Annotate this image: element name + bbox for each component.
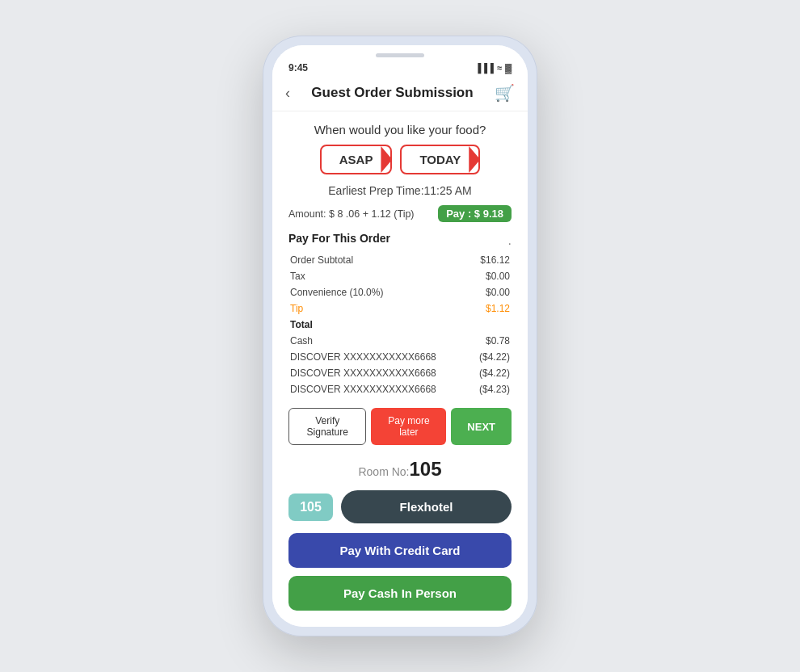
dot: . — [508, 233, 512, 248]
cart-icon[interactable]: 🛒 — [495, 83, 515, 103]
table-row: DISCOVER XXXXXXXXXXX6668 ($4.23) — [290, 382, 510, 397]
speaker — [376, 53, 424, 57]
room-badge: 105 — [288, 494, 333, 521]
table-row: Tax $0.00 — [290, 269, 510, 284]
tip-row: Tip $1.12 — [290, 301, 510, 316]
total-label: Total — [290, 317, 470, 332]
table-row: DISCOVER XXXXXXXXXXX6668 ($4.22) — [290, 366, 510, 380]
battery-icon: ▓ — [505, 63, 512, 73]
row-value: ($4.23) — [472, 382, 510, 397]
row-value: $0.00 — [472, 269, 510, 284]
page-title: Guest Order Submission — [311, 85, 473, 101]
order-table: Order Subtotal $16.12 Tax $0.00 Convenie… — [288, 251, 512, 398]
room-label: Room No: — [358, 465, 409, 478]
prep-time-label: Earliest Prep Time: — [328, 184, 423, 197]
row-value: $0.00 — [472, 285, 510, 300]
row-value: ($4.22) — [472, 366, 510, 380]
phone-frame: 9:45 ▐▐▐ ≈ ▓ ‹ Guest Order Submission 🛒 … — [263, 36, 537, 636]
hotel-button[interactable]: Flexhotel — [341, 490, 512, 523]
phone-screen: 9:45 ▐▐▐ ≈ ▓ ‹ Guest Order Submission 🛒 … — [272, 45, 528, 627]
row-label: DISCOVER XXXXXXXXXXX6668 — [290, 366, 470, 380]
signal-icon: ▐▐▐ — [475, 63, 494, 73]
row-label: Cash — [290, 334, 470, 348]
main-content: When would you like your food? ASAP TODA… — [272, 111, 528, 627]
table-row: DISCOVER XXXXXXXXXXX6668 ($4.22) — [290, 350, 510, 364]
verify-signature-button[interactable]: Verify Signature — [288, 408, 366, 445]
status-bar: 9:45 ▐▐▐ ≈ ▓ — [272, 61, 528, 77]
asap-button[interactable]: ASAP — [320, 145, 393, 174]
row-label: Tax — [290, 269, 470, 284]
table-row: Cash $0.78 — [290, 334, 510, 348]
amount-label: Amount: $ 8 .06 + 1.12 (Tip) — [288, 208, 415, 220]
pay-credit-card-button[interactable]: Pay With Credit Card — [288, 533, 512, 568]
status-icons: ▐▐▐ ≈ ▓ — [475, 63, 512, 73]
room-row: 105 Flexhotel — [288, 490, 512, 523]
back-button[interactable]: ‹ — [285, 85, 290, 102]
amount-row: Amount: $ 8 .06 + 1.12 (Tip) Pay : $ 9.1… — [288, 205, 512, 222]
room-number: 105 — [409, 458, 441, 480]
pay-section-title: Pay For This Order — [288, 232, 390, 245]
row-label: Convenience (10.0%) — [290, 285, 470, 300]
row-label: DISCOVER XXXXXXXXXXX6668 — [290, 382, 470, 397]
prep-time-display: Earliest Prep Time:11:25 AM — [288, 184, 512, 197]
today-button[interactable]: TODAY — [400, 145, 480, 174]
row-value: $0.78 — [472, 334, 510, 348]
tip-label: Tip — [290, 301, 470, 316]
room-section: Room No:105 — [288, 458, 512, 481]
food-timing-question: When would you like your food? — [288, 111, 512, 145]
total-row: Total — [290, 317, 510, 332]
next-button[interactable]: NEXT — [451, 408, 512, 445]
pay-badge: Pay : $ 9.18 — [438, 205, 512, 222]
table-row: Order Subtotal $16.12 — [290, 253, 510, 267]
phone-notch — [272, 45, 528, 61]
app-header: ‹ Guest Order Submission 🛒 — [272, 77, 528, 111]
total-value — [472, 317, 510, 332]
row-value: ($4.22) — [472, 350, 510, 364]
row-label: DISCOVER XXXXXXXXXXX6668 — [290, 350, 470, 364]
row-label: Order Subtotal — [290, 253, 470, 267]
table-row: Convenience (10.0%) $0.00 — [290, 285, 510, 300]
time-selection: ASAP TODAY — [288, 145, 512, 174]
tip-value: $1.12 — [472, 301, 510, 316]
action-buttons: Verify Signature Pay more later NEXT — [288, 408, 512, 445]
pay-cash-button[interactable]: Pay Cash In Person — [288, 576, 512, 611]
prep-time-value: 11:25 AM — [424, 184, 472, 197]
wifi-icon: ≈ — [497, 63, 502, 73]
status-time: 9:45 — [288, 62, 308, 74]
pay-more-later-button[interactable]: Pay more later — [371, 408, 446, 445]
row-value: $16.12 — [472, 253, 510, 267]
